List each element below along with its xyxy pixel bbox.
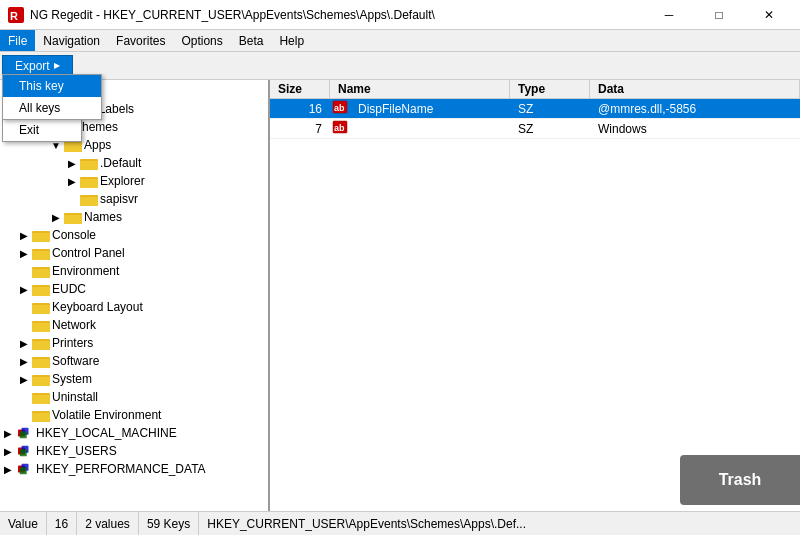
title-bar: R NG Regedit - HKEY_CURRENT_USER\AppEven… [0, 0, 800, 30]
folder-icon-volatile [32, 408, 50, 422]
expand-software[interactable]: ▶ [16, 356, 32, 367]
menu-bar: File Navigation Favorites Options Beta H… [0, 30, 800, 52]
svg-text:ab: ab [334, 103, 345, 113]
folder-icon-software [32, 354, 50, 368]
status-path-text: HKEY_CURRENT_USER\AppEvents\Schemes\Apps… [207, 517, 526, 531]
tree-pane[interactable]: ▼ vents ▶ EventLabels ▼ Schemes ▼ Apps ▶… [0, 80, 270, 511]
folder-icon-keyboardlayout [32, 300, 50, 314]
detail-header: Size Name Type Data [270, 80, 800, 99]
tree-item-system[interactable]: ▶ System [0, 370, 268, 388]
menu-options[interactable]: Options [173, 30, 230, 51]
ab-icon-0: ab [332, 100, 348, 114]
expand-printers[interactable]: ▶ [16, 338, 32, 349]
cell-size-1: 7 [270, 121, 330, 137]
toolbar: Export ▶ This key All keys Exit [0, 52, 800, 80]
tree-label-hkpd: HKEY_PERFORMANCE_DATA [36, 462, 206, 476]
tree-item-sapisvr[interactable]: ▶ sapisvr [0, 190, 268, 208]
tree-item-printers[interactable]: ▶ Printers [0, 334, 268, 352]
detail-row-0[interactable]: 16 ab DispFileName SZ @mmres.dll,-5856 [270, 99, 800, 119]
cell-name-0: DispFileName [350, 101, 510, 117]
minimize-button[interactable]: ─ [646, 0, 692, 30]
tree-item-hku[interactable]: ▶ HKEY_USERS [0, 442, 268, 460]
cell-name-1 [350, 128, 510, 130]
folder-icon-sapisvr [80, 192, 98, 206]
svg-rect-32 [32, 341, 50, 350]
export-this-key[interactable]: This key [3, 75, 101, 97]
tree-item-controlpanel[interactable]: ▶ Control Panel [0, 244, 268, 262]
tree-item-eudc[interactable]: ▶ EUDC [0, 280, 268, 298]
tree-item-software[interactable]: ▶ Software [0, 352, 268, 370]
expand-hku[interactable]: ▶ [0, 446, 16, 457]
svg-rect-40 [32, 413, 50, 422]
tree-label-apps: Apps [84, 138, 111, 152]
expand-eudc[interactable]: ▶ [16, 284, 32, 295]
tree-item-names[interactable]: ▶ Names [0, 208, 268, 226]
tree-item-hklm[interactable]: ▶ HKEY_LOCAL_MACHINE [0, 424, 268, 442]
svg-rect-38 [32, 395, 50, 404]
menu-favorites[interactable]: Favorites [108, 30, 173, 51]
watermark-text: Trash [719, 471, 762, 489]
folder-icon-explorer [80, 174, 98, 188]
folder-icon-console [32, 228, 50, 242]
tree-item-hkpd[interactable]: ▶ HKEY_PERFORMANCE_DATA [0, 460, 268, 478]
col-header-size[interactable]: Size [270, 80, 330, 98]
expand-names[interactable]: ▶ [48, 212, 64, 223]
folder-icon-system [32, 372, 50, 386]
menu-help[interactable]: Help [271, 30, 312, 51]
reg-icon-hku [16, 444, 34, 458]
cell-data-0: @mmres.dll,-5856 [590, 101, 800, 117]
expand-explorer[interactable]: ▶ [64, 176, 80, 187]
folder-icon-uninstall [32, 390, 50, 404]
svg-rect-18 [64, 215, 82, 224]
svg-rect-46 [20, 449, 27, 456]
tree-item-uninstall[interactable]: ▶ Uninstall [0, 388, 268, 406]
expand-console[interactable]: ▶ [16, 230, 32, 241]
ab-icon-1: ab [332, 120, 348, 134]
tree-item-network[interactable]: ▶ Network [0, 316, 268, 334]
svg-rect-12 [80, 161, 98, 170]
close-button[interactable]: ✕ [746, 0, 792, 30]
tree-label-hku: HKEY_USERS [36, 444, 117, 458]
svg-rect-30 [32, 323, 50, 332]
tree-label-default: .Default [100, 156, 141, 170]
export-label: Export [15, 59, 50, 73]
reg-icon-hklm [16, 426, 34, 440]
status-count: 2 values [77, 512, 139, 535]
folder-icon-environment [32, 264, 50, 278]
expand-hklm[interactable]: ▶ [0, 428, 16, 439]
status-keys: 59 Keys [139, 512, 199, 535]
tree-item-default[interactable]: ▶ .Default [0, 154, 268, 172]
tree-item-keyboardlayout[interactable]: ▶ Keyboard Layout [0, 298, 268, 316]
status-value-label: Value [0, 512, 47, 535]
tree-label-keyboardlayout: Keyboard Layout [52, 300, 143, 314]
expand-default[interactable]: ▶ [64, 158, 80, 169]
maximize-button[interactable]: □ [696, 0, 742, 30]
tree-item-explorer[interactable]: ▶ Explorer [0, 172, 268, 190]
detail-row-1[interactable]: 7 ab SZ Windows [270, 119, 800, 139]
folder-icon-printers [32, 336, 50, 350]
tree-label-printers: Printers [52, 336, 93, 350]
expand-controlpanel[interactable]: ▶ [16, 248, 32, 259]
menu-navigation[interactable]: Navigation [35, 30, 108, 51]
exit-menu-item[interactable]: Exit [3, 119, 81, 141]
exit-menu-item-container: Exit [2, 118, 82, 142]
tree-item-volatile[interactable]: ▶ Volatile Environment [0, 406, 268, 424]
folder-icon-names [64, 210, 82, 224]
svg-rect-10 [64, 143, 82, 152]
window-title: NG Regedit - HKEY_CURRENT_USER\AppEvents… [30, 8, 435, 22]
cell-type-1: SZ [510, 121, 590, 137]
tree-label-software: Software [52, 354, 99, 368]
export-all-keys[interactable]: All keys [3, 97, 101, 119]
expand-system[interactable]: ▶ [16, 374, 32, 385]
cell-size-0: 16 [270, 101, 330, 117]
tree-item-environment[interactable]: ▶ Environment [0, 262, 268, 280]
col-header-type[interactable]: Type [510, 80, 590, 98]
menu-beta[interactable]: Beta [231, 30, 272, 51]
col-header-data[interactable]: Data [590, 80, 800, 98]
tree-label-volatile: Volatile Environment [52, 408, 161, 422]
menu-file[interactable]: File [0, 30, 35, 51]
col-header-name[interactable]: Name [330, 80, 510, 98]
expand-hkpd[interactable]: ▶ [0, 464, 16, 475]
export-submenu: This key All keys [2, 74, 102, 120]
tree-item-console[interactable]: ▶ Console [0, 226, 268, 244]
